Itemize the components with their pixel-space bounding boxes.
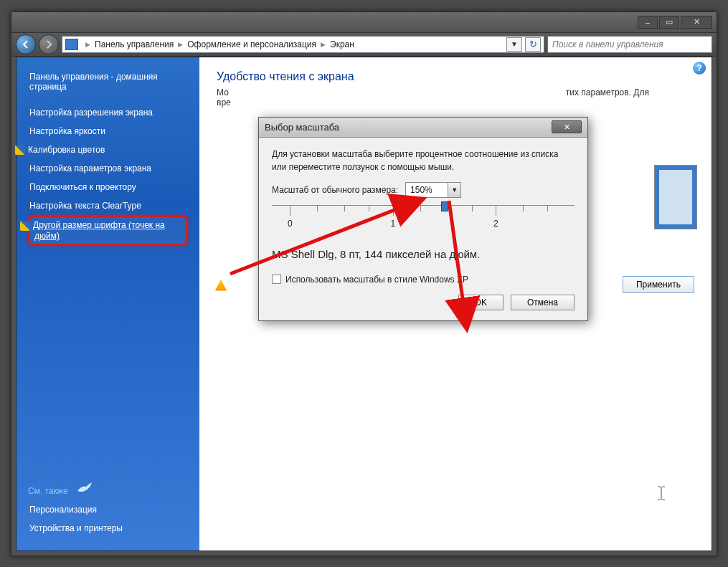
bird-icon <box>76 481 93 494</box>
breadcrumb[interactable]: ▶ Панель управления ▶ Оформление и персо… <box>62 36 544 53</box>
titlebar: – ▭ ✕ <box>11 12 717 32</box>
sidebar: Панель управления - домашняя страница На… <box>16 57 199 551</box>
dropdown-button[interactable]: ▼ <box>506 37 522 52</box>
breadcrumb-sep: ▶ <box>175 41 186 48</box>
scale-row: Масштаб от обычного размера: 150% ▼ <box>272 182 575 198</box>
see-also-label: См. также <box>28 481 188 500</box>
sidebar-item-dpi[interactable]: Другой размер шрифта (точек на дюйм) <box>28 215 188 246</box>
ruler-pointer[interactable] <box>441 201 448 211</box>
preview-monitor-icon <box>654 165 697 229</box>
see-also-personalization[interactable]: Персонализация <box>28 500 188 519</box>
apply-button[interactable]: Применить <box>623 276 694 293</box>
explorer-window: – ▭ ✕ ▶ Панель управления ▶ Оформление и… <box>11 11 717 556</box>
dialog-title-text: Выбор масштаба <box>265 122 339 133</box>
sample-text: MS Shell Dlg, 8 пт, 144 пикселей на дюйм… <box>272 248 575 260</box>
minimize-button[interactable]: – <box>638 16 658 29</box>
sidebar-item-resolution[interactable]: Настройка разрешения экрана <box>28 103 188 122</box>
checkbox-row: Использовать масштабы в стиле Windows XP <box>272 275 575 285</box>
sidebar-item-projector[interactable]: Подключиться к проектору <box>28 178 188 196</box>
breadcrumb-part[interactable]: Панель управления <box>93 39 175 49</box>
breadcrumb-sep: ▶ <box>82 41 93 48</box>
shield-icon <box>15 145 25 155</box>
desc-fragment: Мо <box>217 87 229 97</box>
warning-icon <box>215 280 227 291</box>
scale-select[interactable]: 150% ▼ <box>405 182 461 198</box>
dialog-close-button[interactable]: ✕ <box>552 120 582 133</box>
back-button[interactable] <box>16 34 36 54</box>
nav-toolbar: ▶ Панель управления ▶ Оформление и персо… <box>11 32 717 57</box>
sidebar-home[interactable]: Панель управления - домашняя страница <box>28 67 188 96</box>
forward-button[interactable] <box>39 34 59 54</box>
scale-dialog: Выбор масштаба ✕ Для установки масштаба … <box>258 117 588 321</box>
dialog-instruction: Для установки масштаба выберите процентн… <box>272 148 575 173</box>
shield-icon <box>20 221 30 231</box>
sidebar-item-calibration[interactable]: Калибровка цветов <box>28 140 188 160</box>
control-panel-icon <box>65 39 78 50</box>
sidebar-item-brightness[interactable]: Настройка яркости <box>28 122 188 140</box>
see-also-text: См. также <box>28 486 68 496</box>
sidebar-item-label: Калибровка цветов <box>28 145 105 155</box>
refresh-button[interactable]: ↻ <box>525 37 541 52</box>
desc-fragment: тих параметров. Для <box>566 87 649 97</box>
maximize-button[interactable]: ▭ <box>659 16 679 29</box>
dialog-body: Для установки масштаба выберите процентн… <box>259 138 587 320</box>
page-heading: Удобство чтения с экрана <box>217 70 694 83</box>
ruler-label: 0 <box>288 219 293 229</box>
ruler-label: 2 <box>493 219 498 229</box>
breadcrumb-part[interactable]: Оформление и персонализация <box>186 39 318 49</box>
ok-button[interactable]: OK <box>458 295 504 310</box>
scale-ruler[interactable]: 0 1 2 <box>272 205 575 238</box>
sidebar-item-display-settings[interactable]: Настройка параметров экрана <box>28 159 188 178</box>
sidebar-item-cleartype[interactable]: Настройка текста ClearType <box>28 196 188 215</box>
close-button[interactable]: ✕ <box>681 16 712 29</box>
dropdown-arrow-icon[interactable]: ▼ <box>448 183 460 197</box>
sidebar-item-label: Другой размер шрифта (точек на дюйм) <box>33 220 165 241</box>
scale-value: 150% <box>406 185 448 195</box>
ruler-label: 1 <box>390 219 395 229</box>
scale-label: Масштаб от обычного размера: <box>272 185 398 195</box>
text-cursor-icon <box>657 486 666 500</box>
dialog-titlebar: Выбор масштаба ✕ <box>259 118 587 138</box>
breadcrumb-sep: ▶ <box>318 41 328 48</box>
search-input[interactable] <box>547 36 712 53</box>
help-icon[interactable]: ? <box>693 62 706 75</box>
sidebar-bottom: См. также Персонализация Устройства и пр… <box>28 481 188 538</box>
cancel-button[interactable]: Отмена <box>511 295 575 310</box>
xp-style-checkbox[interactable] <box>272 275 281 284</box>
breadcrumb-part[interactable]: Экран <box>328 39 356 49</box>
see-also-devices[interactable]: Устройства и принтеры <box>28 519 188 538</box>
dialog-buttons: OK Отмена <box>272 295 575 310</box>
desc-fragment: вре <box>217 97 231 108</box>
checkbox-label: Использовать масштабы в стиле Windows XP <box>285 275 468 285</box>
